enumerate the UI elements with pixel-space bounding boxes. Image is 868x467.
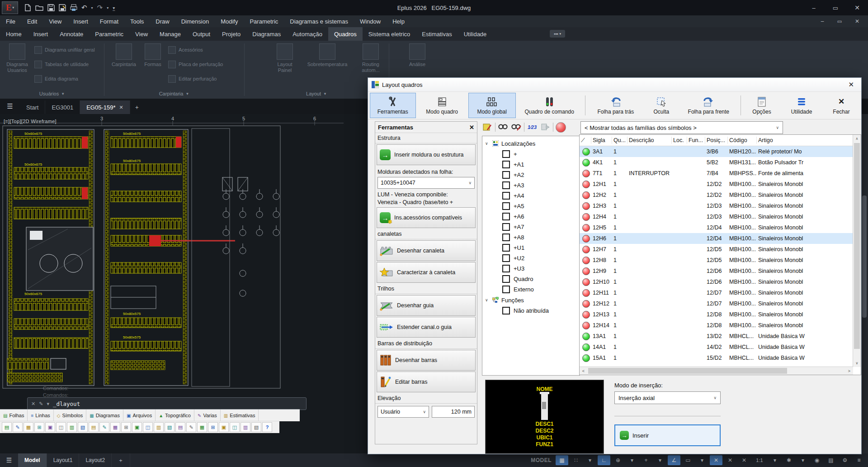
palette-tab[interactable]: ▲Topográfico [156,410,194,421]
menu-item[interactable]: Dimension [175,15,215,27]
caracterizar-canaleta-button[interactable]: Caracterizar à canaleta [377,262,476,283]
tree-location-item[interactable]: +A4 [482,191,580,201]
palette-tool-icon[interactable]: ▣ [45,422,55,432]
tree-location-item[interactable]: +A3 [482,180,580,191]
desenhar-barras-button[interactable]: Desenhar barras [377,350,476,371]
ribbon-tab[interactable]: Insert [28,27,54,41]
table-row[interactable]: 12H7 1 12/D5 MBH100... Sinaleiros Monobl [580,244,853,255]
palette-tool-icon[interactable]: ? [262,422,272,432]
ribbon-tab[interactable]: Annotate [54,27,89,41]
layout-painel-button[interactable]: Layout Painel [270,43,299,73]
ribbon-tab[interactable]: Output [187,27,216,41]
ribbon-tab[interactable]: Parametric [89,27,129,41]
status-icon[interactable]: ▾ [654,455,666,465]
ribbon-tab[interactable]: Manage [154,27,187,41]
palette-tool-icon[interactable]: ▤ [2,422,12,432]
status-icon[interactable]: ⚙ [839,455,851,465]
search-icon[interactable] [498,122,509,133]
palette-tool-icon[interactable]: ▥ [67,422,77,432]
status-icon[interactable]: ✕ [710,455,722,465]
ferramentas-toggle-button[interactable]: Ferramentas [370,93,416,118]
placa-perfuracao-button[interactable]: Placa de perfuração [168,59,223,70]
carpintaria-button[interactable]: Carpintaria [108,43,139,67]
palette-tab[interactable]: ◇Símbolos [54,410,87,421]
checkbox-unchecked-icon[interactable] [502,275,510,283]
menu-item[interactable]: Format [94,15,124,27]
desenhar-canaleta-button[interactable]: Desenhar canaleta [377,240,476,261]
panel-footer-layout[interactable]: Layout▼ [244,90,389,98]
transfer-icon[interactable] [540,122,551,133]
menu-item[interactable]: Diagramas e sistemas [284,15,354,27]
table-row[interactable]: 3A1 1 3/B6 MBH120... Relé protetor/ Mo [580,146,853,157]
ribbon-tab[interactable]: Diagramas [246,27,287,41]
status-icon[interactable]: ∷ [570,455,582,465]
sobretemperatura-button[interactable]: Sobretemperatura [302,43,353,67]
elevacao-select[interactable]: Usuário∨ [377,406,429,418]
ribbon-tab[interactable]: Home [0,27,28,41]
col-sigla[interactable]: Sigla [591,137,612,144]
ribbon-tab[interactable]: Automação [287,27,328,41]
col-qty[interactable]: Qu... [612,137,627,144]
restore-button[interactable]: ▭ [825,0,846,15]
layout-tab[interactable]: Model [18,453,47,467]
tree-location-item[interactable]: +U1 [482,243,580,253]
palette-tool-icon[interactable]: ✎ [13,422,23,432]
estender-guia-button[interactable]: Estender canal.o guia [377,317,476,338]
tree-root-localizacoes[interactable]: ∨ Localizações [482,138,580,149]
diagrama-usuarios-button[interactable]: Diagrama Usuarios [3,43,32,73]
sort-column-header[interactable]: ⟋ [580,137,591,144]
checkbox-unchecked-icon[interactable] [502,234,510,241]
tree-location-item[interactable]: +A8 [482,232,580,243]
utilidade-button[interactable]: Utilidade [781,93,822,118]
scrollbar-thumb[interactable] [862,195,867,318]
palette-tool-icon[interactable]: ⊞ [121,422,131,432]
col-fun[interactable]: Fun... [687,137,705,144]
tree-location-item[interactable]: +A2 [482,170,580,180]
checkbox-unchecked-icon[interactable] [502,161,510,168]
ribbon-tab[interactable]: Projeto [216,27,246,41]
status-icon[interactable]: ✱ [783,455,795,465]
palette-tab[interactable]: ▣Arquivos [123,410,156,421]
command-customize-icon[interactable]: ✎ [39,401,43,407]
open-file-icon[interactable] [35,4,43,11]
status-icon[interactable]: ▦ [556,455,568,465]
close-button[interactable]: ✕ [846,0,868,15]
panel-footer-carpintaria[interactable]: Carpintaria▼ [104,90,244,98]
file-tab[interactable]: EG3001✕ [45,100,80,114]
viewport-controls[interactable]: [=][Top][2D Wireframe] [4,119,57,124]
redo-dropdown-icon[interactable]: ▾ [107,6,108,10]
table-row[interactable]: 12H9 1 12/D6 MBH100... Sinaleiros Monobl [580,266,853,276]
checkbox-unchecked-icon[interactable] [502,213,510,220]
edit-sheet-icon[interactable] [482,122,493,133]
layout-tabs-menu-icon[interactable]: ☰ [0,457,18,464]
palette-tool-icon[interactable]: ◫ [230,422,240,432]
renumber-icon[interactable]: 1⁄23 [527,122,538,133]
undo-icon[interactable]: ↶ [81,4,87,12]
table-row[interactable]: 12H1 1 12/D2 MBH100... Sinaleiros Monobl [580,179,853,190]
menu-item[interactable]: Insert [67,15,94,27]
palette-tab[interactable]: ✎Varias [194,410,221,421]
ribbon-tab[interactable]: Utilidade [458,27,493,41]
table-row[interactable]: 12H11 1 12/D7 MBH100... Sinaleiros Monob… [580,287,853,298]
qat-customize-icon[interactable]: ▾̲ [113,5,115,10]
ins-acessorios-button[interactable]: →✱Ins.acessórios compatíveis [377,207,476,228]
tree-location-item[interactable]: +A1 [482,159,580,170]
status-icon[interactable]: ▾ [797,455,809,465]
modo-quadro-button[interactable]: Modo quadro [417,93,467,118]
palette-tool-icon[interactable]: ▥ [241,422,250,432]
checkbox-unchecked-icon[interactable] [502,244,510,252]
editar-perfuracao-button[interactable]: Editar perfuração [168,73,217,84]
table-row[interactable]: 12H8 1 12/D5 MBH100... Sinaleiros Monobl [580,255,853,266]
palette-tool-icon[interactable]: ▣ [219,422,229,432]
app-logo-button[interactable]: E▾ [2,1,18,14]
layout-tab[interactable]: Layout1 [47,453,80,467]
table-row[interactable]: 15A1 1 15/D2 MBHCL... Unidade Básica W [580,353,853,363]
palette-tool-icon[interactable]: ▦ [110,422,120,432]
checkbox-unchecked-icon[interactable] [502,223,510,231]
palette-tool-icon[interactable]: ▥ [154,422,164,432]
model-space-label[interactable]: MODEL [531,457,552,463]
menu-item[interactable]: Tools [124,15,150,27]
tree-location-item[interactable]: Quadro [482,274,580,284]
table-row[interactable]: 12H14 1 12/D8 MBH100... Sinaleiros Monob… [580,320,853,331]
doc-minimize-button[interactable]: – [814,15,831,27]
